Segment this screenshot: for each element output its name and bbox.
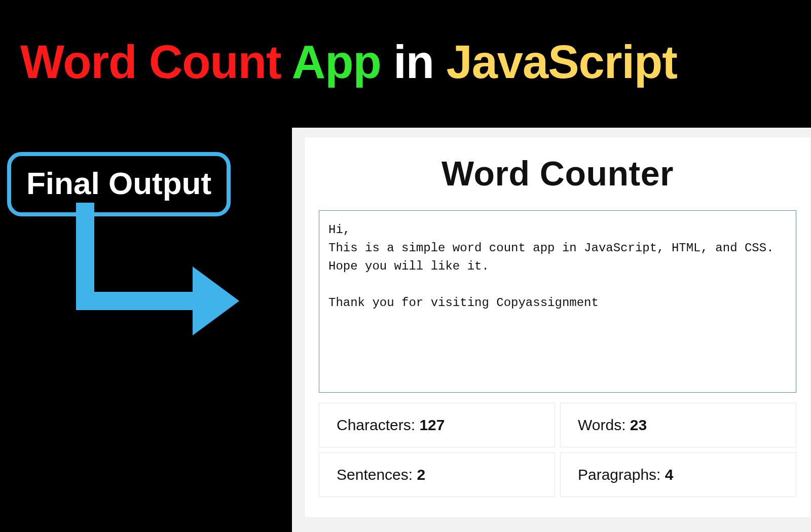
stat-words: Words: 23 <box>560 403 796 447</box>
title-part-3: in <box>393 36 434 88</box>
app-heading: Word Counter <box>319 154 796 193</box>
stat-words-value: 23 <box>630 416 647 433</box>
stat-words-label: Words: <box>578 416 630 433</box>
title-part-1: Word Count <box>20 36 281 88</box>
stat-sentences: Sentences: 2 <box>319 452 555 497</box>
app-panel: Word Counter Characters: 127 Words: 23 S… <box>292 128 811 532</box>
stat-paragraphs: Paragraphs: 4 <box>560 452 796 497</box>
stats-grid: Characters: 127 Words: 23 Sentences: 2 P… <box>319 403 796 497</box>
text-input[interactable] <box>319 210 796 393</box>
stat-characters: Characters: 127 <box>319 403 555 447</box>
stat-paragraphs-value: 4 <box>665 466 674 483</box>
app-card: Word Counter Characters: 127 Words: 23 S… <box>304 137 811 518</box>
stat-sentences-label: Sentences: <box>337 466 417 483</box>
title-part-4: JavaScript <box>447 36 677 88</box>
stat-characters-label: Characters: <box>337 416 419 433</box>
final-output-label: Final Output <box>26 166 211 201</box>
stat-paragraphs-label: Paragraphs: <box>578 466 665 483</box>
stat-characters-value: 127 <box>419 416 445 433</box>
stat-sentences-value: 2 <box>417 466 425 483</box>
title-part-2: App <box>292 36 381 88</box>
arrow-icon <box>76 203 238 334</box>
page-title: Word Count App in JavaScript <box>0 0 811 99</box>
